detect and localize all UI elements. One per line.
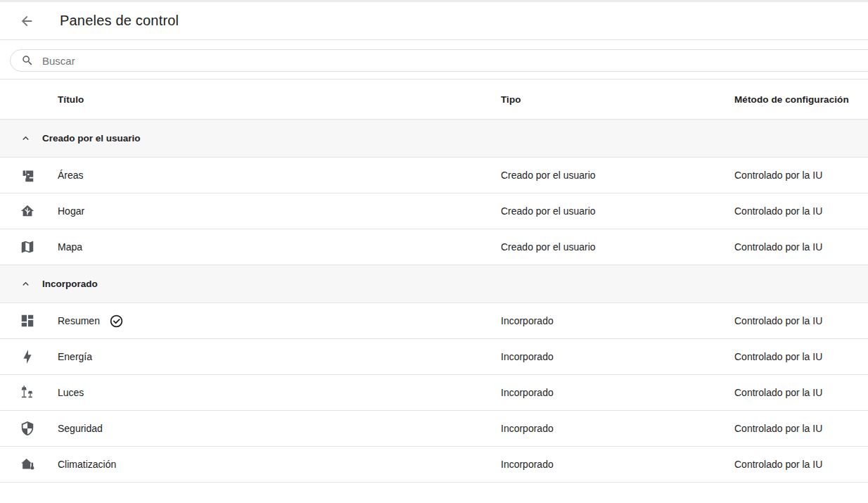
chevron-up-icon[interactable] xyxy=(20,278,32,290)
dashboard-type: Incorporado xyxy=(501,315,734,326)
dashboard-row[interactable]: Resumen Incorporado Controlado por la IU xyxy=(0,303,868,339)
group-label: Incorporado xyxy=(42,279,98,289)
dashboards-table: Título Tipo Método de configuración Crea… xyxy=(0,79,868,483)
arrow-left-icon xyxy=(19,13,34,29)
dashboard-title: Resumen xyxy=(58,315,100,326)
dashboard-row[interactable]: Hogar Creado por el usuario Controlado p… xyxy=(0,193,868,229)
dashboard-config-method: Controlado por la IU xyxy=(734,170,868,181)
map-icon xyxy=(20,239,35,255)
dashboard-type: Creado por el usuario xyxy=(501,241,734,253)
dashboard-config-method: Controlado por la IU xyxy=(734,423,868,434)
dashboard-config-method: Controlado por la IU xyxy=(734,351,868,362)
back-button[interactable] xyxy=(19,13,34,29)
search-input[interactable] xyxy=(42,50,868,71)
search-section xyxy=(0,40,868,79)
dashboard-row[interactable]: Luces Incorporado Controlado por la IU xyxy=(0,375,868,411)
shield-half-icon xyxy=(20,421,35,436)
floor-plan-icon xyxy=(20,167,35,183)
table-header-row: Título Tipo Método de configuración xyxy=(0,79,868,120)
app-header: Paneles de control xyxy=(0,2,868,40)
table-body: Creado por el usuario Áreas Creado por e… xyxy=(0,120,868,483)
dashboard-type: Creado por el usuario xyxy=(501,170,734,181)
dashboard-title: Climatización xyxy=(58,459,116,470)
group-label: Creado por el usuario xyxy=(42,133,141,144)
group-header-row[interactable]: Creado por el usuario xyxy=(0,120,868,158)
search-bar[interactable] xyxy=(10,49,868,72)
column-header-tipo: Tipo xyxy=(501,94,734,105)
dashboard-title: Hogar xyxy=(58,205,84,217)
lamps-icon xyxy=(20,385,35,400)
column-header-titulo: Título xyxy=(58,94,501,105)
dashboard-row[interactable]: Energía Incorporado Controlado por la IU xyxy=(0,339,868,375)
search-icon xyxy=(21,54,34,67)
dashboard-title: Luces xyxy=(58,387,84,398)
check-circle-icon xyxy=(109,314,124,329)
dashboard-title: Energía xyxy=(58,351,92,362)
dashboard-type: Creado por el usuario xyxy=(501,205,734,217)
dashboard-config-method: Controlado por la IU xyxy=(734,241,868,253)
dashboard-type: Incorporado xyxy=(501,351,734,362)
dashboard-title: Áreas xyxy=(58,170,84,181)
dashboard-title: Seguridad xyxy=(58,423,103,434)
group-header-row[interactable]: Incorporado xyxy=(0,265,868,303)
lightning-bolt-icon xyxy=(20,349,35,364)
dashboard-config-method: Controlado por la IU xyxy=(734,387,868,398)
home-thermometer-icon xyxy=(20,457,35,472)
dashboard-type: Incorporado xyxy=(501,387,734,398)
dashboard-type: Incorporado xyxy=(501,423,734,434)
dashboard-row[interactable]: Áreas Creado por el usuario Controlado p… xyxy=(0,158,868,193)
dashboard-row[interactable]: Mapa Creado por el usuario Controlado po… xyxy=(0,229,868,265)
dashboard-type: Incorporado xyxy=(501,459,734,470)
dashboard-row[interactable]: Climatización Incorporado Controlado por… xyxy=(0,447,868,483)
dashboard-config-method: Controlado por la IU xyxy=(734,315,868,326)
home-assistant-icon xyxy=(20,203,35,219)
dashboard-row[interactable]: Seguridad Incorporado Controlado por la … xyxy=(0,411,868,447)
view-dashboard-icon xyxy=(20,313,35,329)
chevron-up-icon[interactable] xyxy=(20,132,32,144)
dashboard-config-method: Controlado por la IU xyxy=(734,459,868,470)
dashboard-config-method: Controlado por la IU xyxy=(734,205,868,217)
dashboard-title: Mapa xyxy=(58,241,82,253)
page-title: Paneles de control xyxy=(60,13,179,29)
column-header-metodo: Método de configuración xyxy=(734,94,868,105)
